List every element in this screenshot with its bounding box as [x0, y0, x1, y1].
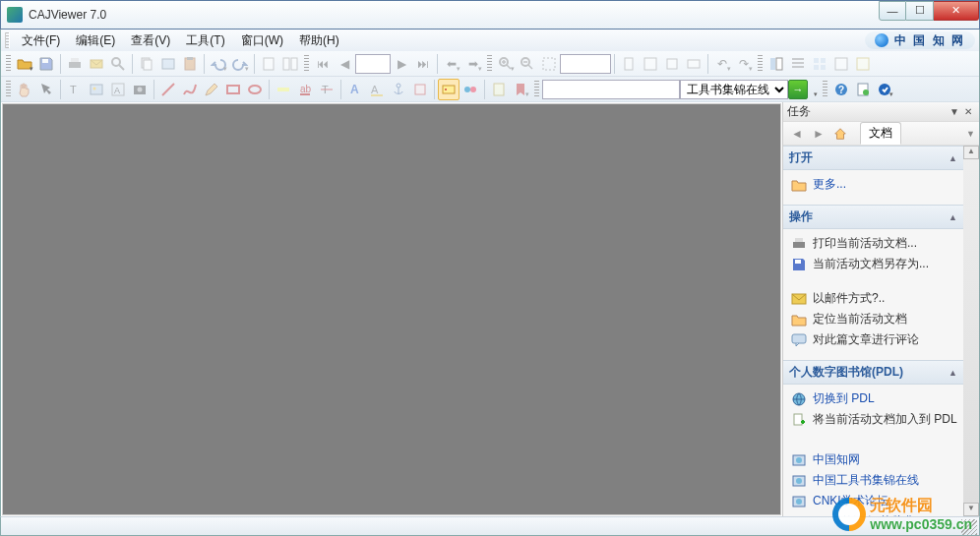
menu-window[interactable]: 窗口(W) [233, 30, 291, 51]
ops-saveas[interactable]: 当前活动文档另存为... [789, 254, 959, 274]
section-ops-header[interactable]: 操作▲ [783, 205, 963, 229]
section-open-header[interactable]: 打开▲ [783, 146, 963, 170]
rect-annot-button[interactable] [222, 79, 244, 100]
reference-button[interactable] [459, 79, 481, 100]
snapshot-button[interactable] [129, 79, 151, 100]
rotate-left-button[interactable]: ↶ [711, 53, 733, 75]
menu-view[interactable]: 查看(V) [123, 30, 178, 51]
layout2-button[interactable] [279, 53, 301, 75]
fit-height-button[interactable] [683, 53, 704, 75]
curve-annot-button[interactable] [179, 79, 201, 100]
help-button[interactable]: ? [830, 79, 852, 100]
link-dict[interactable]: CNKI英汉/汉英辞典 [789, 511, 959, 516]
first-page-button[interactable]: ⏮ [312, 53, 334, 75]
task-pane-tab-dropdown[interactable]: ▼ [966, 129, 975, 139]
bookmark-button[interactable] [510, 79, 531, 100]
fit-page-button[interactable] [640, 53, 661, 75]
menu-edit[interactable]: 编辑(E) [68, 30, 123, 51]
line-annot-button[interactable] [157, 79, 179, 100]
ocr-button[interactable]: A [107, 79, 129, 100]
menu-file[interactable]: 文件(F) [14, 30, 68, 51]
last-page-button[interactable]: ⏭ [412, 53, 434, 75]
zoom-in-button[interactable] [495, 53, 517, 75]
image-select-button[interactable] [86, 79, 107, 100]
copy-button[interactable] [136, 53, 157, 75]
pencil-annot-button[interactable] [201, 79, 222, 100]
search-options-button[interactable] [808, 79, 820, 100]
knowledge-element-button[interactable] [438, 79, 459, 100]
link-cnki[interactable]: 中国知网 [789, 449, 959, 470]
rotate-right-button[interactable]: ↷ [733, 53, 755, 75]
highlight-button[interactable] [273, 79, 294, 100]
toolbar-grip[interactable] [534, 81, 539, 98]
zoom-region-button[interactable] [538, 53, 560, 75]
hand-tool-button[interactable] [14, 79, 35, 100]
task-pane-scrollbar[interactable]: ▲ ▼ [963, 146, 979, 516]
ops-mail[interactable]: 以邮件方式?.. [789, 288, 959, 309]
next-page-button[interactable]: ▶ [391, 53, 412, 75]
search-doc-button[interactable] [107, 53, 129, 75]
print-button[interactable] [64, 53, 86, 75]
pdl-add[interactable]: 将当前活动文档加入到 PDL [789, 409, 959, 430]
search-go-button[interactable]: → [788, 80, 808, 99]
thumbnails-pane-button[interactable] [809, 53, 830, 75]
underline-button[interactable]: ab [294, 79, 316, 100]
copy-image-button[interactable] [157, 53, 179, 75]
open-button[interactable] [14, 53, 35, 75]
ops-comment[interactable]: 对此篇文章进行评论 [789, 329, 959, 350]
search-source-select[interactable]: 工具书集锦在线 [680, 80, 788, 99]
toolbar-grip[interactable] [304, 55, 309, 73]
undo-button[interactable] [208, 53, 229, 75]
task-pane-pin-button[interactable]: ▼ [948, 106, 961, 117]
layout1-button[interactable] [258, 53, 279, 75]
actual-size-button[interactable] [661, 53, 683, 75]
menu-help[interactable]: 帮助(H) [291, 30, 347, 51]
menu-tool[interactable]: 工具(T) [178, 30, 232, 51]
open-more-link[interactable]: 更多... [789, 174, 959, 195]
brand-badge[interactable]: 中 国 知 网 [865, 31, 975, 49]
section-pdl-header[interactable]: 个人数字图书馆(PDL)▲ [783, 360, 963, 385]
pdl-switch[interactable]: 切换到 PDL [789, 388, 959, 409]
fit-width-button[interactable] [618, 53, 640, 75]
note-button[interactable] [488, 79, 510, 100]
mail-button[interactable] [86, 53, 107, 75]
task-pane-close-button[interactable]: ✕ [961, 106, 975, 117]
close-button[interactable]: ✕ [934, 1, 979, 21]
toolbar-grip[interactable] [6, 55, 11, 73]
task-pane-tab[interactable]: 文档 [860, 122, 901, 145]
toolbar-grip[interactable] [758, 55, 763, 73]
strikeout-button[interactable]: T [316, 79, 337, 100]
outline-pane-button[interactable] [787, 53, 809, 75]
ops-locate[interactable]: 定位当前活动文档 [789, 309, 959, 329]
toolbar-grip[interactable] [6, 81, 11, 98]
nav-forward-button[interactable]: ➡ [462, 53, 484, 75]
arrow-tool-button[interactable] [35, 79, 57, 100]
page-number-input[interactable] [355, 54, 391, 74]
ops-print[interactable]: 打印当前活动文档... [789, 233, 959, 254]
toolbar-grip[interactable] [823, 81, 827, 98]
text-select-button[interactable]: T [64, 79, 86, 100]
annotations-pane-button[interactable] [852, 53, 874, 75]
link-forum[interactable]: CNKI学术论坛 [789, 491, 959, 511]
zoom-out-button[interactable] [517, 53, 538, 75]
stamp-annot-button[interactable] [409, 79, 431, 100]
nav-home-icon[interactable] [830, 124, 850, 144]
redo-button[interactable] [229, 53, 251, 75]
update-button[interactable] [852, 79, 874, 100]
minimize-button[interactable]: — [879, 1, 906, 21]
anchor-annot-button[interactable] [388, 79, 409, 100]
toolbar-grip[interactable] [487, 55, 492, 73]
zoom-level-input[interactable] [560, 54, 611, 74]
nav-back-button[interactable]: ⬅ [441, 53, 462, 75]
text-annot-button[interactable]: A [344, 79, 366, 100]
resize-grip[interactable] [961, 519, 977, 535]
search-term-input[interactable] [542, 80, 680, 99]
prev-page-button[interactable]: ◀ [334, 53, 355, 75]
save-button[interactable] [35, 53, 57, 75]
nav-back-icon[interactable]: ◄ [787, 124, 807, 144]
link-toolbook[interactable]: 中国工具书集锦在线 [789, 470, 959, 491]
bookmarks-pane-button[interactable] [830, 53, 852, 75]
ellipse-annot-button[interactable] [244, 79, 266, 100]
maximize-button[interactable]: ☐ [906, 1, 934, 21]
tasks-pane-button[interactable] [766, 53, 787, 75]
